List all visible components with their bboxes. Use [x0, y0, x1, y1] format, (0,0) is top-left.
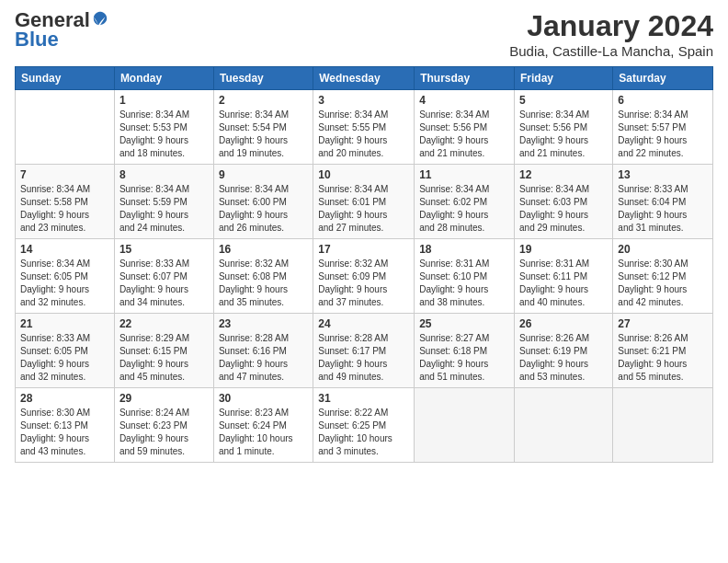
- day-number: 26: [519, 317, 608, 330]
- day-info: Sunrise: 8:31 AMSunset: 6:11 PMDaylight:…: [519, 258, 608, 309]
- calendar-week-row: 14Sunrise: 8:34 AMSunset: 6:05 PMDayligh…: [16, 239, 713, 314]
- table-row: 4Sunrise: 8:34 AMSunset: 5:56 PMDaylight…: [415, 90, 515, 165]
- day-number: 13: [618, 168, 708, 181]
- day-number: 21: [20, 317, 109, 330]
- col-tuesday: Tuesday: [213, 67, 313, 90]
- col-sunday: Sunday: [16, 67, 115, 90]
- day-info: Sunrise: 8:34 AMSunset: 5:56 PMDaylight:…: [519, 109, 608, 160]
- day-info: Sunrise: 8:24 AMSunset: 6:23 PMDaylight:…: [119, 407, 209, 458]
- day-number: 15: [119, 243, 209, 256]
- table-row: 25Sunrise: 8:27 AMSunset: 6:18 PMDayligh…: [415, 314, 515, 388]
- day-info: Sunrise: 8:33 AMSunset: 6:04 PMDaylight:…: [618, 183, 708, 235]
- day-number: 8: [119, 168, 209, 181]
- table-row: 7Sunrise: 8:34 AMSunset: 5:58 PMDaylight…: [16, 165, 115, 239]
- table-row: 28Sunrise: 8:30 AMSunset: 6:13 PMDayligh…: [16, 388, 115, 463]
- location-title: Budia, Castille-La Mancha, Spain: [509, 43, 713, 59]
- logo-bird-icon: [92, 10, 108, 27]
- table-row: 15Sunrise: 8:33 AMSunset: 6:07 PMDayligh…: [114, 239, 213, 314]
- day-number: 27: [618, 317, 708, 330]
- day-number: 29: [119, 392, 209, 405]
- day-info: Sunrise: 8:30 AMSunset: 6:12 PMDaylight:…: [618, 258, 708, 309]
- table-row: 1Sunrise: 8:34 AMSunset: 5:53 PMDaylight…: [114, 90, 213, 165]
- day-info: Sunrise: 8:31 AMSunset: 6:10 PMDaylight:…: [419, 258, 509, 309]
- day-info: Sunrise: 8:23 AMSunset: 6:24 PMDaylight:…: [219, 407, 308, 458]
- day-number: 6: [618, 94, 708, 107]
- col-thursday: Thursday: [415, 67, 515, 90]
- col-monday: Monday: [114, 67, 213, 90]
- day-info: Sunrise: 8:33 AMSunset: 6:07 PMDaylight:…: [119, 258, 209, 309]
- day-info: Sunrise: 8:29 AMSunset: 6:15 PMDaylight:…: [119, 332, 209, 384]
- day-info: Sunrise: 8:33 AMSunset: 6:05 PMDaylight:…: [20, 332, 109, 384]
- table-row: 11Sunrise: 8:34 AMSunset: 6:02 PMDayligh…: [415, 165, 515, 239]
- day-number: 5: [519, 94, 608, 107]
- table-row: 12Sunrise: 8:34 AMSunset: 6:03 PMDayligh…: [515, 165, 613, 239]
- day-info: Sunrise: 8:26 AMSunset: 6:19 PMDaylight:…: [519, 332, 608, 384]
- table-row: 13Sunrise: 8:33 AMSunset: 6:04 PMDayligh…: [613, 165, 713, 239]
- day-number: 14: [20, 243, 109, 256]
- day-number: 1: [119, 94, 209, 107]
- day-number: 16: [219, 243, 308, 256]
- day-number: 10: [318, 168, 409, 181]
- table-row: 2Sunrise: 8:34 AMSunset: 5:54 PMDaylight…: [213, 90, 313, 165]
- day-info: Sunrise: 8:32 AMSunset: 6:08 PMDaylight:…: [219, 258, 308, 309]
- table-row: [515, 388, 613, 463]
- day-number: 24: [318, 317, 409, 330]
- col-wednesday: Wednesday: [313, 67, 415, 90]
- day-number: 9: [219, 168, 308, 181]
- table-row: 14Sunrise: 8:34 AMSunset: 6:05 PMDayligh…: [16, 239, 115, 314]
- day-number: 11: [419, 168, 509, 181]
- table-row: 27Sunrise: 8:26 AMSunset: 6:21 PMDayligh…: [613, 314, 713, 388]
- table-row: 30Sunrise: 8:23 AMSunset: 6:24 PMDayligh…: [213, 388, 313, 463]
- table-row: 22Sunrise: 8:29 AMSunset: 6:15 PMDayligh…: [114, 314, 213, 388]
- day-info: Sunrise: 8:34 AMSunset: 5:54 PMDaylight:…: [219, 109, 308, 160]
- table-row: 3Sunrise: 8:34 AMSunset: 5:55 PMDaylight…: [313, 90, 415, 165]
- day-number: 7: [20, 168, 109, 181]
- day-number: 22: [119, 317, 209, 330]
- calendar-week-row: 21Sunrise: 8:33 AMSunset: 6:05 PMDayligh…: [16, 314, 713, 388]
- day-number: 12: [519, 168, 608, 181]
- day-number: 17: [318, 243, 409, 256]
- day-info: Sunrise: 8:28 AMSunset: 6:16 PMDaylight:…: [219, 332, 308, 384]
- table-row: 29Sunrise: 8:24 AMSunset: 6:23 PMDayligh…: [114, 388, 213, 463]
- logo: General Blue: [15, 9, 108, 52]
- day-info: Sunrise: 8:27 AMSunset: 6:18 PMDaylight:…: [419, 332, 509, 384]
- table-row: [415, 388, 515, 463]
- calendar-week-row: 7Sunrise: 8:34 AMSunset: 5:58 PMDaylight…: [16, 165, 713, 239]
- day-info: Sunrise: 8:34 AMSunset: 6:05 PMDaylight:…: [20, 258, 109, 309]
- col-saturday: Saturday: [613, 67, 713, 90]
- table-row: 23Sunrise: 8:28 AMSunset: 6:16 PMDayligh…: [213, 314, 313, 388]
- day-info: Sunrise: 8:34 AMSunset: 6:00 PMDaylight:…: [219, 183, 308, 235]
- month-title: January 2024: [509, 9, 713, 43]
- day-number: 18: [419, 243, 509, 256]
- day-info: Sunrise: 8:34 AMSunset: 5:56 PMDaylight:…: [419, 109, 509, 160]
- table-row: 31Sunrise: 8:22 AMSunset: 6:25 PMDayligh…: [313, 388, 415, 463]
- day-number: 30: [219, 392, 308, 405]
- day-info: Sunrise: 8:34 AMSunset: 6:01 PMDaylight:…: [318, 183, 409, 235]
- day-info: Sunrise: 8:34 AMSunset: 6:03 PMDaylight:…: [519, 183, 608, 235]
- table-row: 8Sunrise: 8:34 AMSunset: 5:59 PMDaylight…: [114, 165, 213, 239]
- table-row: 9Sunrise: 8:34 AMSunset: 6:00 PMDaylight…: [213, 165, 313, 239]
- day-number: 31: [318, 392, 409, 405]
- day-number: 28: [20, 392, 109, 405]
- day-info: Sunrise: 8:34 AMSunset: 6:02 PMDaylight:…: [419, 183, 509, 235]
- table-row: 17Sunrise: 8:32 AMSunset: 6:09 PMDayligh…: [313, 239, 415, 314]
- day-info: Sunrise: 8:34 AMSunset: 5:59 PMDaylight:…: [119, 183, 209, 235]
- table-row: 21Sunrise: 8:33 AMSunset: 6:05 PMDayligh…: [16, 314, 115, 388]
- calendar-week-row: 1Sunrise: 8:34 AMSunset: 5:53 PMDaylight…: [16, 90, 713, 165]
- title-block: January 2024 Budia, Castille-La Mancha, …: [509, 9, 713, 59]
- page-container: General Blue January 2024 Budia, Castill…: [0, 0, 728, 472]
- table-row: 16Sunrise: 8:32 AMSunset: 6:08 PMDayligh…: [213, 239, 313, 314]
- col-friday: Friday: [515, 67, 613, 90]
- table-row: [613, 388, 713, 463]
- table-row: 18Sunrise: 8:31 AMSunset: 6:10 PMDayligh…: [415, 239, 515, 314]
- day-info: Sunrise: 8:34 AMSunset: 5:57 PMDaylight:…: [618, 109, 708, 160]
- day-number: 23: [219, 317, 308, 330]
- day-number: 25: [419, 317, 509, 330]
- day-info: Sunrise: 8:22 AMSunset: 6:25 PMDaylight:…: [318, 407, 409, 458]
- table-row: [16, 90, 115, 165]
- table-row: 6Sunrise: 8:34 AMSunset: 5:57 PMDaylight…: [613, 90, 713, 165]
- table-row: 20Sunrise: 8:30 AMSunset: 6:12 PMDayligh…: [613, 239, 713, 314]
- day-info: Sunrise: 8:32 AMSunset: 6:09 PMDaylight:…: [318, 258, 409, 309]
- day-info: Sunrise: 8:34 AMSunset: 5:55 PMDaylight:…: [318, 109, 409, 160]
- day-info: Sunrise: 8:28 AMSunset: 6:17 PMDaylight:…: [318, 332, 409, 384]
